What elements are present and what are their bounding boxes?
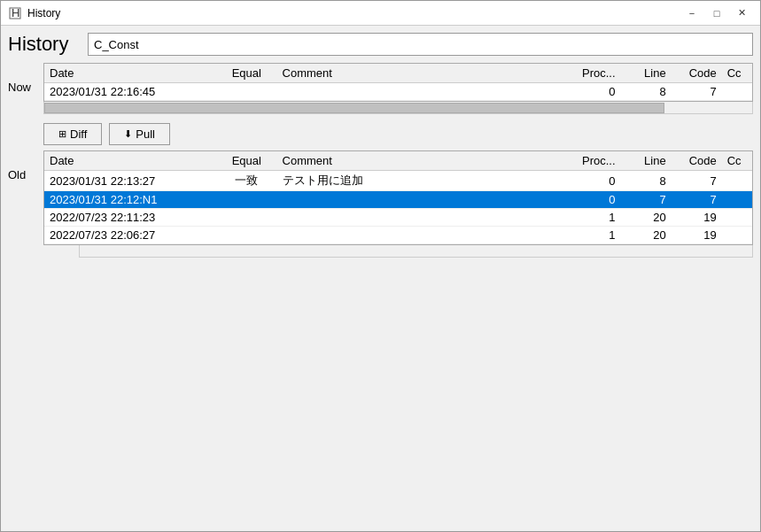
old-table-row[interactable]: 2022/07/23 22:11:23 1 20 19 <box>44 209 752 227</box>
old-cell-equal <box>216 191 276 209</box>
pull-icon: ⬇ <box>124 128 132 140</box>
old-cell-equal: 一致 <box>216 171 276 191</box>
old-cell-proc: 1 <box>560 209 620 227</box>
old-cell-line: 7 <box>621 191 672 209</box>
now-cell-code: 7 <box>672 83 722 101</box>
old-cell-comment <box>277 191 561 209</box>
now-table-header: Date Equal Comment Proc... Line Code Cc <box>44 64 752 83</box>
old-cell-code: 7 <box>672 191 722 209</box>
old-col-cc: Cc <box>722 151 752 171</box>
old-cell-cc <box>722 227 752 244</box>
diff-label: Diff <box>70 127 87 141</box>
diff-button[interactable]: ⊞ Diff <box>43 123 102 145</box>
old-cell-code: 19 <box>672 227 722 244</box>
old-label: Old <box>8 150 36 181</box>
svg-text:H: H <box>12 7 19 19</box>
old-table-row[interactable]: 2023/01/31 22:12:N1 0 7 7 <box>44 191 752 209</box>
old-cell-code: 19 <box>672 209 722 227</box>
maximize-button[interactable]: □ <box>705 4 728 22</box>
old-cell-equal <box>216 209 276 227</box>
old-cell-cc <box>722 171 752 191</box>
now-table: Date Equal Comment Proc... Line Code Cc … <box>44 64 752 101</box>
old-table-row[interactable]: 2022/07/23 22:06:27 1 20 19 <box>44 227 752 244</box>
minimize-button[interactable]: − <box>680 4 703 22</box>
window-title: History <box>27 7 680 19</box>
content-area: History Now Date Equal Comment Proc... <box>1 26 760 531</box>
old-cell-code: 7 <box>672 171 722 191</box>
old-cell-date: 2022/07/23 22:11:23 <box>44 209 216 227</box>
now-col-equal: Equal <box>216 64 276 83</box>
old-col-date: Date <box>44 151 216 171</box>
old-col-proc: Proc... <box>560 151 620 171</box>
pull-button[interactable]: ⬇ Pull <box>109 123 170 145</box>
old-cell-proc: 0 <box>560 191 620 209</box>
old-cell-equal <box>216 227 276 244</box>
old-cell-date: 2023/01/31 22:12:N1 <box>44 191 216 209</box>
now-col-cc: Cc <box>722 64 752 83</box>
now-cell-line: 8 <box>621 83 672 101</box>
old-cell-proc: 1 <box>560 227 620 244</box>
old-table: Date Equal Comment Proc... Line Code Cc … <box>44 151 752 244</box>
pull-label: Pull <box>136 127 155 141</box>
buttons-row: ⊞ Diff ⬇ Pull <box>43 123 753 145</box>
old-col-line: Line <box>621 151 672 171</box>
now-cell-date: 2023/01/31 22:16:45 <box>44 83 216 101</box>
old-section: Old Date Equal Comment Proc... Line Code <box>8 150 753 524</box>
old-table-container[interactable]: Date Equal Comment Proc... Line Code Cc … <box>43 150 753 245</box>
page-title: History <box>8 33 79 56</box>
title-bar: H History − □ ✕ <box>1 1 760 26</box>
old-cell-date: 2023/01/31 22:13:27 <box>44 171 216 191</box>
old-cell-line: 20 <box>621 227 672 244</box>
old-col-comment: Comment <box>277 151 561 171</box>
now-col-comment: Comment <box>277 64 561 83</box>
old-cell-comment <box>277 209 561 227</box>
window-icon: H <box>8 6 22 20</box>
old-cell-comment <box>277 227 561 244</box>
header-row: History <box>8 33 753 56</box>
now-scrollbar[interactable] <box>43 102 753 114</box>
now-col-date: Date <box>44 64 216 83</box>
now-cell-proc: 0 <box>560 83 620 101</box>
now-col-line: Line <box>621 64 672 83</box>
now-table-container: Date Equal Comment Proc... Line Code Cc … <box>43 63 753 102</box>
now-section: Now Date Equal Comment Proc... Line Code <box>8 63 753 114</box>
now-label: Now <box>8 63 36 94</box>
window-controls: − □ ✕ <box>680 4 753 22</box>
old-cell-line: 20 <box>621 209 672 227</box>
now-cell-comment <box>277 83 561 101</box>
diff-icon: ⊞ <box>58 128 66 140</box>
old-table-row[interactable]: 2023/01/31 22:13:27 一致 テスト用に追加 0 8 7 <box>44 171 752 191</box>
now-col-proc: Proc... <box>560 64 620 83</box>
now-cell-equal <box>216 83 276 101</box>
old-cell-comment: テスト用に追加 <box>277 171 561 191</box>
old-cell-cc <box>722 191 752 209</box>
old-cell-proc: 0 <box>560 171 620 191</box>
old-scrollbar[interactable] <box>79 245 753 258</box>
close-button[interactable]: ✕ <box>730 4 753 22</box>
old-cell-date: 2022/07/23 22:06:27 <box>44 227 216 244</box>
main-window: H History − □ ✕ History Now Da <box>0 0 761 532</box>
now-cell-cc <box>722 83 752 101</box>
old-cell-line: 8 <box>621 171 672 191</box>
old-col-equal: Equal <box>216 151 276 171</box>
now-table-row[interactable]: 2023/01/31 22:16:45 0 8 7 <box>44 83 752 101</box>
now-col-code: Code <box>672 64 722 83</box>
old-col-code: Code <box>672 151 722 171</box>
now-scrollbar-thumb <box>44 103 664 113</box>
search-input[interactable] <box>88 33 753 56</box>
old-table-header: Date Equal Comment Proc... Line Code Cc <box>44 151 752 171</box>
old-cell-cc <box>722 209 752 227</box>
